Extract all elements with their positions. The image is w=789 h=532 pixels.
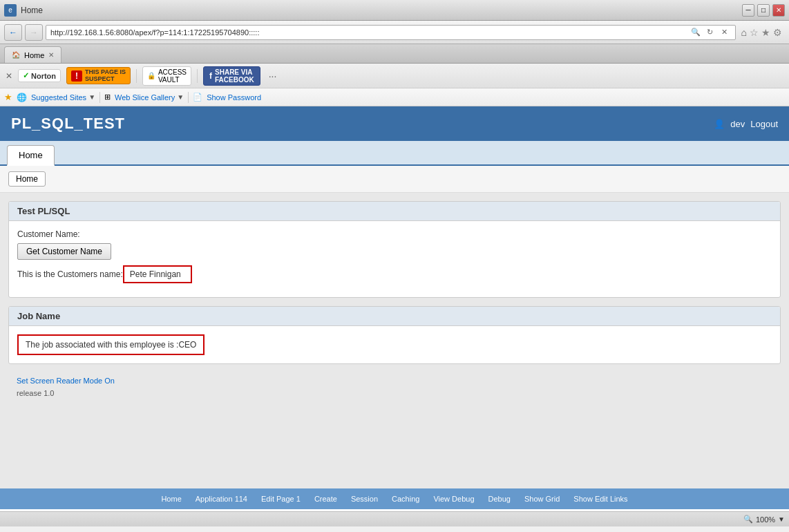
suspect-text: THIS PAGE IS SUSPECT [85, 69, 126, 83]
bookmark-icon[interactable]: ★ [761, 27, 770, 38]
job-section-body: The job associated with this employee is… [9, 326, 780, 363]
zoom-level: 100% [756, 515, 775, 524]
tab-title: Home [24, 51, 44, 59]
tab-close-button[interactable]: ✕ [48, 51, 54, 59]
zoom-area: 🔍 100% ▼ [743, 515, 785, 524]
toolbar-divider-1 [136, 69, 137, 83]
forward-button[interactable]: → [25, 24, 43, 41]
refresh-icon[interactable]: ↻ [704, 26, 716, 39]
job-name-section: Job Name The job associated with this em… [8, 306, 781, 364]
footer-nav-item[interactable]: Debug [488, 495, 511, 503]
footer-nav-item[interactable]: Home [161, 495, 181, 503]
customer-name-value: Pete Finnigan [123, 265, 192, 283]
norton-x-button[interactable]: ✕ [6, 71, 12, 81]
page-footer-links: Set Screen Reader Mode On [8, 372, 781, 389]
logout-link[interactable]: Logout [750, 119, 778, 129]
footer-nav-item[interactable]: Create [314, 495, 337, 503]
address-bar: ← → http://192.168.1.56:8080/apex/f?p=11… [0, 21, 789, 44]
show-password-icon: 📄 [193, 93, 202, 102]
share-facebook-button[interactable]: f SHARE VIA FACEBOOK [203, 66, 260, 86]
url-text: http://192.168.1.56:8080/apex/f?p=114:1:… [50, 28, 690, 37]
window-title: Home [21, 6, 43, 15]
window-controls: ─ □ ✕ [742, 4, 785, 17]
norton-check-icon: ✓ [23, 71, 29, 80]
close-url-icon[interactable]: ✕ [719, 26, 731, 39]
app-title: PL_SQL_TEST [11, 115, 125, 133]
url-box[interactable]: http://192.168.1.56:8080/apex/f?p=114:1:… [46, 25, 736, 40]
test-section-header: Test PL/SQL [9, 202, 780, 221]
ie-toolbar: ✕ ✓ Norton ! THIS PAGE IS SUSPECT 🔒 ACCE… [0, 64, 789, 88]
settings-icon[interactable]: ⚙ [773, 27, 782, 38]
vault-icon: 🔒 [147, 72, 155, 79]
page-content: Test PL/SQL Customer Name: Get Customer … [0, 193, 789, 488]
vault-label: ACCESS VAULT [158, 68, 187, 84]
footer-nav-item[interactable]: Application 114 [196, 495, 247, 503]
tab-bar: 🏠 Home ✕ [0, 44, 789, 64]
browser-tab[interactable]: 🏠 Home ✕ [4, 46, 61, 63]
favorites-icon: 🌐 [17, 93, 27, 102]
favorites-bar: ★ 🌐 Suggested Sites ▼ ⊞ Web Slice Galler… [0, 88, 789, 106]
facebook-icon: f [209, 71, 212, 81]
app-user-area: 👤 dev Logout [714, 119, 778, 129]
web-slice-gallery-link[interactable]: Web Slice Gallery ▼ [115, 93, 184, 102]
more-toolbar-button[interactable]: ··· [266, 70, 280, 82]
toolbar-divider-2 [197, 69, 198, 83]
zoom-icon: 🔍 [743, 515, 753, 524]
footer-nav-item[interactable]: Session [351, 495, 378, 503]
suggested-sites-arrow-icon: ▼ [88, 93, 95, 101]
job-text-value: The job associated with this employee is… [17, 334, 205, 355]
web-slice-icon: ⊞ [104, 93, 111, 102]
norton-badge[interactable]: ✓ Norton [18, 69, 61, 82]
status-bar: 🔍 100% ▼ [0, 511, 789, 526]
maximize-button[interactable]: □ [757, 4, 770, 17]
show-password-link[interactable]: Show Password [207, 93, 261, 102]
test-plsql-section: Test PL/SQL Customer Name: Get Customer … [8, 201, 781, 298]
footer-nav-item[interactable]: Show Edit Links [573, 495, 627, 503]
customer-name-row: This is the Customers name: Pete Finniga… [17, 265, 772, 283]
suspect-warning-icon: ! [71, 70, 82, 82]
tab-favicon: 🏠 [12, 51, 20, 59]
zoom-down-button[interactable]: ▼ [778, 515, 785, 523]
breadcrumb-bar: Home [0, 166, 789, 193]
url-icons: 🔍 ↻ ✕ [690, 26, 731, 39]
footer-nav-item[interactable]: Caching [392, 495, 419, 503]
test-section-body: Customer Name: Get Customer Name This is… [9, 221, 780, 297]
user-icon: 👤 [714, 119, 725, 129]
close-button[interactable]: ✕ [772, 4, 785, 17]
app-header: PL_SQL_TEST 👤 dev Logout [0, 106, 789, 141]
footer-nav-item[interactable]: Edit Page 1 [261, 495, 301, 503]
access-vault-button[interactable]: 🔒 ACCESS VAULT [142, 66, 191, 86]
favorites-star-icon: ★ [4, 92, 12, 102]
window-chrome: e Home ─ □ ✕ [0, 0, 789, 21]
home-icon[interactable]: ⌂ [741, 27, 747, 38]
customer-name-label: Customer Name: [17, 229, 772, 239]
norton-label: Norton [31, 72, 56, 80]
footer-nav-bar: HomeApplication 114Edit Page 1CreateSess… [0, 488, 789, 509]
get-customer-name-button[interactable]: Get Customer Name [17, 243, 111, 260]
home-nav-tab[interactable]: Home [7, 145, 55, 166]
screen-reader-link[interactable]: Set Screen Reader Mode On [17, 377, 115, 385]
home-area: ⌂ ☆ ★ ⚙ [739, 27, 785, 38]
web-slice-arrow-icon: ▼ [177, 93, 184, 101]
minimize-button[interactable]: ─ [742, 4, 754, 17]
app-wrapper: PL_SQL_TEST 👤 dev Logout Home Home Test … [0, 106, 789, 511]
release-text: release 1.0 [8, 389, 781, 403]
footer-nav-item[interactable]: View Debug [433, 495, 474, 503]
job-section-header: Job Name [9, 307, 780, 326]
breadcrumb-home[interactable]: Home [8, 171, 46, 187]
username-label: dev [730, 119, 745, 129]
share-label: SHARE VIA FACEBOOK [215, 68, 254, 84]
fav-divider-2 [188, 92, 189, 103]
suggested-sites-link[interactable]: Suggested Sites ▼ [31, 93, 95, 102]
star-icon[interactable]: ☆ [750, 27, 759, 38]
footer-nav-item[interactable]: Show Grid [524, 495, 560, 503]
nav-tabs-bar: Home [0, 141, 789, 166]
back-button[interactable]: ← [4, 24, 22, 41]
fav-divider-1 [99, 92, 100, 103]
suspect-badge[interactable]: ! THIS PAGE IS SUSPECT [66, 67, 131, 85]
search-icon[interactable]: 🔍 [690, 26, 702, 39]
customers-name-label: This is the Customers name: [17, 269, 123, 279]
